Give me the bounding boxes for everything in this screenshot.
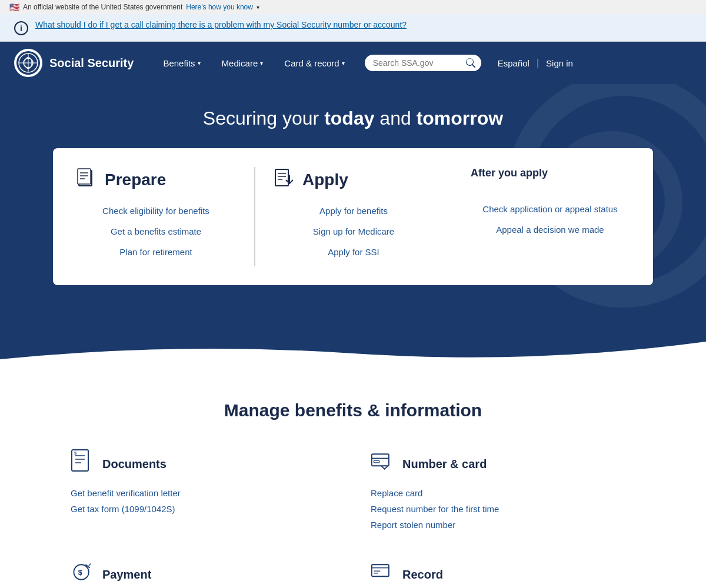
wave-divider	[0, 330, 706, 365]
prepare-column: Prepare Check eligibility for benefits G…	[76, 167, 254, 266]
hero-section: Securing your today and tomorrow	[0, 84, 706, 332]
alert-banner: i What should I do if I get a call claim…	[0, 14, 706, 42]
svg-rect-10	[78, 169, 91, 184]
record-title: Record	[402, 568, 443, 582]
apply-benefits-link[interactable]: Apply for benefits	[274, 205, 433, 217]
gov-banner-text: An official website of the United States…	[23, 3, 182, 11]
card-record-chevron-icon: ▾	[342, 60, 345, 66]
apply-icon	[274, 167, 295, 193]
nav-benefits[interactable]: Benefits ▾	[152, 42, 211, 84]
documents-links: Get benefit verification letter Get tax …	[71, 488, 335, 514]
chevron-down-icon: ▾	[257, 4, 259, 11]
request-number-link[interactable]: Request number for the first time	[371, 504, 635, 514]
svg-rect-14	[275, 169, 288, 186]
action-card: Prepare Check eligibility for benefits G…	[53, 148, 653, 285]
replace-card-link[interactable]: Replace card	[371, 488, 635, 498]
hero-headline: Securing your today and tomorrow	[14, 108, 692, 129]
manage-documents: $ Documents Get benefit verification let…	[71, 449, 335, 536]
payment-header: $ Payment	[71, 559, 335, 588]
number-card-title: Number & card	[402, 457, 487, 471]
number-card-links: Replace card Request number for the firs…	[371, 488, 635, 530]
payment-title: Payment	[102, 568, 151, 582]
search-area	[365, 55, 481, 71]
payment-icon: $	[71, 559, 94, 588]
manage-heading: Manage benefits & information	[14, 400, 692, 420]
search-button[interactable]	[465, 57, 477, 69]
espanol-link[interactable]: Español	[491, 58, 537, 68]
benefits-chevron-icon: ▾	[198, 60, 201, 66]
manage-section: Manage benefits & information $ Document…	[0, 365, 706, 588]
main-header: Social Security Benefits ▾ Medicare ▾ Ca…	[0, 42, 706, 84]
documents-icon: $	[71, 449, 94, 480]
apply-heading: Apply	[302, 171, 348, 189]
number-card-icon	[371, 449, 394, 480]
nav-medicare[interactable]: Medicare ▾	[211, 42, 274, 84]
check-eligibility-link[interactable]: Check eligibility for benefits	[76, 205, 235, 217]
documents-title: Documents	[102, 457, 166, 471]
apply-header: Apply	[274, 167, 433, 193]
prepare-heading: Prepare	[105, 171, 166, 189]
after-apply-column: After you apply Check application or app…	[452, 167, 630, 266]
apply-column: Apply Apply for benefits Sign up for Med…	[254, 167, 452, 266]
prepare-header: Prepare	[76, 167, 235, 193]
svg-rect-30	[372, 564, 389, 576]
search-box	[365, 55, 481, 71]
us-flag-icon: 🇺🇸	[9, 2, 19, 12]
prepare-icon	[76, 167, 98, 193]
signup-medicare-link[interactable]: Sign up for Medicare	[274, 225, 433, 238]
svg-text:$: $	[74, 450, 77, 456]
documents-header: $ Documents	[71, 449, 335, 480]
manage-grid: $ Documents Get benefit verification let…	[71, 449, 635, 588]
apply-ssi-link[interactable]: Apply for SSI	[274, 246, 433, 258]
svg-text:$: $	[78, 568, 82, 577]
after-apply-heading: After you apply	[471, 167, 548, 179]
manage-record: Record	[371, 559, 635, 588]
svg-rect-24	[372, 454, 389, 466]
info-icon: i	[14, 21, 28, 35]
benefit-verification-link[interactable]: Get benefit verification letter	[71, 488, 335, 498]
site-title: Social Security	[49, 56, 134, 70]
search-input[interactable]	[373, 58, 461, 68]
check-status-link[interactable]: Check application or appeal status	[471, 203, 630, 215]
svg-rect-26	[374, 460, 379, 463]
nav-card-record[interactable]: Card & record ▾	[274, 42, 355, 84]
record-icon	[371, 559, 394, 588]
manage-number-card: Number & card Replace card Request numbe…	[371, 449, 635, 536]
plan-retirement-link[interactable]: Plan for retirement	[76, 246, 235, 258]
logo-emblem	[14, 49, 42, 77]
alert-link[interactable]: What should I do if I get a call claimin…	[35, 20, 407, 29]
after-apply-header: After you apply	[471, 167, 630, 191]
signin-link[interactable]: Sign in	[539, 58, 580, 68]
tax-form-link[interactable]: Get tax form (1099/1042S)	[71, 504, 335, 514]
svg-line-29	[89, 563, 91, 566]
gov-banner: 🇺🇸 An official website of the United Sta…	[0, 0, 706, 14]
nav-divider: |	[537, 58, 539, 68]
heres-how-you-know-link[interactable]: Here's how you know	[186, 3, 253, 11]
main-nav: Benefits ▾ Medicare ▾ Card & record ▾ Es…	[152, 42, 692, 84]
medicare-chevron-icon: ▾	[260, 60, 263, 66]
benefits-estimate-link[interactable]: Get a benefits estimate	[76, 225, 235, 238]
number-card-header: Number & card	[371, 449, 635, 480]
appeal-decision-link[interactable]: Appeal a decision we made	[471, 223, 630, 236]
report-stolen-link[interactable]: Report stolen number	[371, 520, 635, 530]
site-logo[interactable]: Social Security	[14, 49, 134, 77]
manage-payment: $ Payment	[71, 559, 335, 588]
record-header: Record	[371, 559, 635, 588]
